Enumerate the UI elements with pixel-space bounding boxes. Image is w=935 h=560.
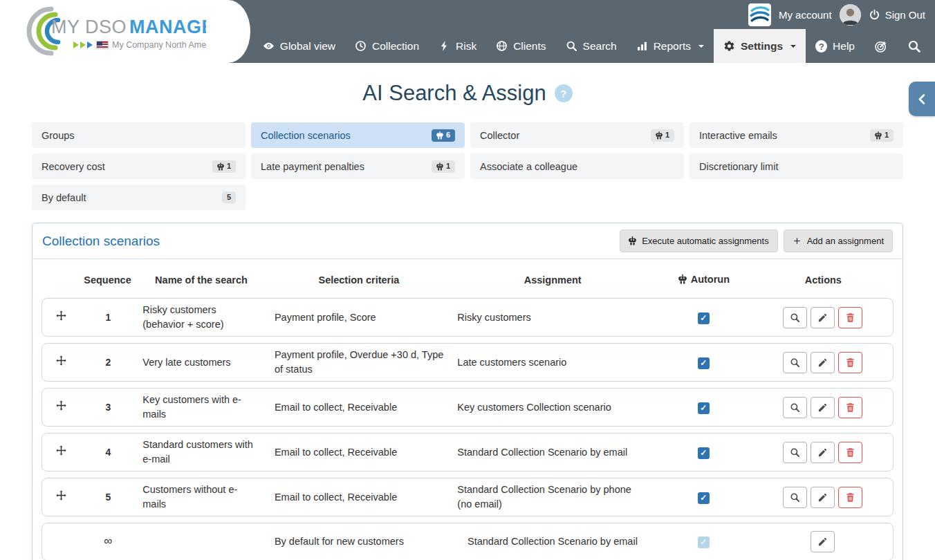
count-badge: 5 <box>222 192 236 203</box>
avatar[interactable] <box>840 4 861 26</box>
target-icon <box>874 39 888 53</box>
category-collector[interactable]: Collector1 <box>470 122 684 148</box>
view-button[interactable] <box>783 442 807 463</box>
nav-item-settings[interactable]: Settings <box>714 29 806 63</box>
assignment: Standard Collection Scenario by phone (n… <box>450 483 654 512</box>
nav-item-global-view[interactable]: Global view <box>253 29 345 63</box>
app-logo[interactable]: MY DSOMANAGER My Company North America <box>0 0 207 63</box>
search-icon <box>790 492 800 503</box>
move-handle-icon[interactable] <box>55 355 67 366</box>
global-search-icon[interactable] <box>898 29 931 63</box>
selection-criteria: Payment profile, Score <box>268 310 450 325</box>
autorun-checkbox[interactable] <box>698 312 710 324</box>
move-handle-icon[interactable] <box>55 489 67 501</box>
search-name: Standard customers with e-mail <box>136 438 268 467</box>
category-label: Discretionary limit <box>699 161 778 172</box>
category-collection-scenarios[interactable]: Collection scenarios6 <box>251 122 465 148</box>
autorun-checkbox[interactable] <box>698 402 710 414</box>
main-nav: Global viewCollectionRiskClientsSearchRe… <box>253 29 931 63</box>
collapse-sidebar-button[interactable] <box>909 82 935 116</box>
move-handle-icon[interactable] <box>55 445 67 456</box>
category-recovery-cost[interactable]: Recovery cost1 <box>32 153 246 179</box>
selection-criteria: Payment profile, Overdue +30 d, Type of … <box>268 348 450 377</box>
nav-item-reports[interactable]: Reports <box>627 29 714 63</box>
edit-button[interactable] <box>811 307 835 328</box>
category-by-default[interactable]: By default5 <box>32 185 246 210</box>
sequence-number: 4 <box>80 445 136 459</box>
sequence-number: 1 <box>80 310 136 324</box>
search-name: Key customers with e-mails <box>136 393 268 422</box>
goals-icon[interactable] <box>864 29 898 63</box>
edit-button[interactable] <box>811 531 835 552</box>
nav-item-collection[interactable]: Collection <box>345 29 429 63</box>
nav-item-clients[interactable]: Clients <box>486 29 555 63</box>
category-interactive-emails[interactable]: Interactive emails1 <box>689 122 903 148</box>
view-button[interactable] <box>783 307 807 328</box>
scenario-row: 4Standard customers with e-mailEmail to … <box>41 433 894 472</box>
execute-automatic-assignments-button[interactable]: Execute automatic assignments <box>620 230 778 252</box>
delete-button[interactable] <box>838 307 862 328</box>
sequence-number: 5 <box>80 490 136 504</box>
header-actions: Actions <box>753 274 894 286</box>
company-logo-icon <box>748 3 771 26</box>
my-account-link[interactable]: My account <box>779 9 832 21</box>
add-assignment-button[interactable]: Add an assignment <box>784 230 893 252</box>
move-handle-icon[interactable] <box>55 310 67 321</box>
delete-button[interactable] <box>838 442 862 463</box>
category-late-payment-penalties[interactable]: Late payment penalties1 <box>251 153 465 179</box>
clock-icon <box>355 40 367 52</box>
search-name: Risky customers (behavior + score) <box>136 303 268 332</box>
category-label: Associate a colleague <box>480 161 577 172</box>
category-label: Recovery cost <box>41 161 105 172</box>
chevron-left-icon <box>916 93 929 106</box>
edit-button[interactable] <box>811 487 835 508</box>
edit-button[interactable] <box>811 397 835 418</box>
assignment: Risky customers <box>450 310 654 325</box>
category-label: Collector <box>480 130 519 141</box>
nav-item-help[interactable]: Help <box>806 29 864 63</box>
pencil-icon <box>817 402 828 413</box>
table-header-row: Sequence Name of the search Selection cr… <box>41 263 894 298</box>
delete-button[interactable] <box>838 352 862 373</box>
search-icon <box>907 39 921 53</box>
category-label: Interactive emails <box>699 130 777 141</box>
autorun-checkbox[interactable] <box>698 492 710 504</box>
selection-criteria: Email to collect, Receivable <box>268 490 450 505</box>
nav-item-risk[interactable]: Risk <box>429 29 486 63</box>
nav-label: Help <box>833 40 855 53</box>
category-associate-a-colleague[interactable]: Associate a colleague <box>470 153 684 179</box>
assignment: Key customers Collection scenario <box>450 400 654 415</box>
robot-icon <box>436 162 443 171</box>
selection-criteria: Email to collect, Receivable <box>268 400 450 415</box>
count-badge: 1 <box>870 129 894 142</box>
title-help-icon[interactable] <box>555 84 573 102</box>
nav-label: Search <box>583 40 617 53</box>
sequence-number: ∞ <box>80 533 136 550</box>
sequence-number: 3 <box>80 400 136 414</box>
edit-button[interactable] <box>811 442 835 463</box>
autorun-checkbox[interactable] <box>698 357 710 369</box>
view-button[interactable] <box>783 352 807 373</box>
edit-button[interactable] <box>811 352 835 373</box>
delete-button[interactable] <box>838 487 862 508</box>
nav-item-search[interactable]: Search <box>556 29 627 63</box>
header-sequence: Sequence <box>80 274 135 286</box>
view-button[interactable] <box>783 397 807 418</box>
search-icon <box>790 312 800 323</box>
selection-criteria: By default for new customers <box>268 534 450 549</box>
pencil-icon <box>817 536 828 547</box>
company-name: My Company North America <box>112 40 220 50</box>
sign-out-link[interactable]: Sign Out <box>869 9 925 21</box>
move-handle-icon[interactable] <box>55 400 67 411</box>
category-groups[interactable]: Groups <box>32 122 246 148</box>
category-discretionary-limit[interactable]: Discretionary limit <box>689 153 903 179</box>
view-button[interactable] <box>783 487 807 508</box>
scenario-row: 3Key customers with e-mailsEmail to coll… <box>41 388 894 427</box>
autorun-checkbox[interactable] <box>698 447 710 459</box>
delete-button[interactable] <box>838 397 862 418</box>
nav-label: Risk <box>456 40 476 53</box>
category-label: Late payment penalties <box>261 161 364 172</box>
robot-icon <box>629 236 636 245</box>
scenario-row: ∞By default for new customersStandard Co… <box>41 523 894 560</box>
brand-name-gray: MY DSO <box>51 17 127 37</box>
